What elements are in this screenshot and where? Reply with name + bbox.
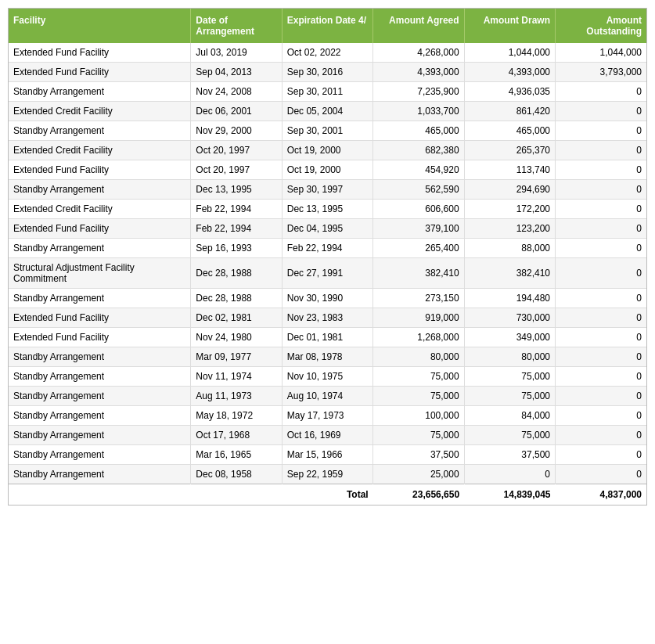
cell-facility: Extended Credit Facility bbox=[9, 141, 191, 160]
cell-date: Dec 28, 1988 bbox=[191, 258, 282, 289]
cell-facility: Extended Credit Facility bbox=[9, 200, 191, 219]
header-facility: Facility bbox=[9, 9, 191, 43]
cell-date: Oct 20, 1997 bbox=[191, 141, 282, 160]
table-row: Extended Credit FacilityFeb 22, 1994Dec … bbox=[9, 200, 646, 219]
cell-expiration: Mar 08, 1978 bbox=[282, 347, 372, 367]
table-header-row: Facility Date of Arrangement Expiration … bbox=[9, 9, 646, 43]
cell-amount-agreed: 75,000 bbox=[373, 387, 464, 406]
table-row: Standby ArrangementDec 28, 1988Nov 30, 1… bbox=[9, 289, 646, 308]
cell-facility: Standby Arrangement bbox=[9, 289, 191, 308]
cell-expiration: Nov 23, 1983 bbox=[282, 308, 372, 328]
cell-amount-outstanding: 1,044,000 bbox=[556, 43, 646, 63]
table-row: Extended Fund FacilityDec 02, 1981Nov 23… bbox=[9, 308, 646, 328]
cell-expiration: Nov 30, 1990 bbox=[282, 289, 372, 308]
table-footer: Total 23,656,650 14,839,045 4,837,000 bbox=[9, 484, 646, 505]
cell-amount-agreed: 75,000 bbox=[373, 367, 464, 387]
cell-amount-drawn: 194,480 bbox=[464, 289, 555, 308]
cell-amount-agreed: 37,500 bbox=[373, 445, 464, 465]
cell-expiration: Sep 22, 1959 bbox=[282, 465, 372, 484]
table-row: Extended Fund FacilityOct 20, 1997Oct 19… bbox=[9, 160, 646, 180]
table-row: Standby ArrangementNov 29, 2000Sep 30, 2… bbox=[9, 121, 646, 141]
header-amount-outstanding: Amount Outstanding bbox=[556, 9, 646, 43]
table-row: Standby ArrangementMar 16, 1965Mar 15, 1… bbox=[9, 445, 646, 465]
cell-facility: Standby Arrangement bbox=[9, 406, 191, 426]
cell-amount-outstanding: 0 bbox=[556, 200, 646, 219]
cell-amount-drawn: 465,000 bbox=[464, 121, 555, 141]
cell-amount-outstanding: 0 bbox=[556, 239, 646, 258]
cell-amount-drawn: 349,000 bbox=[464, 328, 555, 347]
cell-date: Oct 20, 1997 bbox=[191, 160, 282, 180]
cell-amount-drawn: 123,200 bbox=[464, 219, 555, 239]
cell-expiration: Mar 15, 1966 bbox=[282, 445, 372, 465]
cell-amount-agreed: 454,920 bbox=[373, 160, 464, 180]
cell-amount-drawn: 1,044,000 bbox=[464, 43, 555, 63]
cell-amount-drawn: 861,420 bbox=[464, 102, 555, 121]
cell-facility: Extended Fund Facility bbox=[9, 328, 191, 347]
cell-facility: Standby Arrangement bbox=[9, 82, 191, 102]
cell-amount-drawn: 37,500 bbox=[464, 445, 555, 465]
cell-facility: Standby Arrangement bbox=[9, 239, 191, 258]
cell-amount-outstanding: 0 bbox=[556, 289, 646, 308]
cell-date: Dec 02, 1981 bbox=[191, 308, 282, 328]
cell-amount-agreed: 382,410 bbox=[373, 258, 464, 289]
cell-facility: Extended Fund Facility bbox=[9, 219, 191, 239]
cell-amount-outstanding: 0 bbox=[556, 160, 646, 180]
table-row: Standby ArrangementDec 13, 1995Sep 30, 1… bbox=[9, 180, 646, 200]
cell-amount-drawn: 75,000 bbox=[464, 367, 555, 387]
cell-facility: Standby Arrangement bbox=[9, 445, 191, 465]
cell-expiration: Sep 30, 2016 bbox=[282, 63, 372, 82]
table-row: Standby ArrangementNov 24, 2008Sep 30, 2… bbox=[9, 82, 646, 102]
cell-amount-outstanding: 0 bbox=[556, 121, 646, 141]
table-row: Extended Fund FacilityJul 03, 2019Oct 02… bbox=[9, 43, 646, 63]
table-row: Standby ArrangementMar 09, 1977Mar 08, 1… bbox=[9, 347, 646, 367]
table-row: Extended Fund FacilitySep 04, 2013Sep 30… bbox=[9, 63, 646, 82]
cell-facility: Extended Credit Facility bbox=[9, 102, 191, 121]
cell-amount-agreed: 919,000 bbox=[373, 308, 464, 328]
cell-date: Nov 11, 1974 bbox=[191, 367, 282, 387]
cell-amount-agreed: 606,600 bbox=[373, 200, 464, 219]
cell-facility: Structural Adjustment Facility Commitmen… bbox=[9, 258, 191, 289]
cell-amount-agreed: 75,000 bbox=[373, 426, 464, 445]
cell-expiration: Dec 01, 1981 bbox=[282, 328, 372, 347]
cell-date: Nov 24, 2008 bbox=[191, 82, 282, 102]
cell-amount-agreed: 273,150 bbox=[373, 289, 464, 308]
cell-expiration: Oct 16, 1969 bbox=[282, 426, 372, 445]
cell-amount-drawn: 75,000 bbox=[464, 426, 555, 445]
cell-expiration: Dec 04, 1995 bbox=[282, 219, 372, 239]
cell-expiration: Aug 10, 1974 bbox=[282, 387, 372, 406]
footer-amount-outstanding: 4,837,000 bbox=[556, 484, 646, 505]
cell-amount-agreed: 4,268,000 bbox=[373, 43, 464, 63]
cell-date: Dec 28, 1988 bbox=[191, 289, 282, 308]
footer-amount-drawn: 14,839,045 bbox=[464, 484, 555, 505]
cell-amount-outstanding: 0 bbox=[556, 367, 646, 387]
cell-expiration: Sep 30, 2011 bbox=[282, 82, 372, 102]
table-row: Structural Adjustment Facility Commitmen… bbox=[9, 258, 646, 289]
footer-row: Total 23,656,650 14,839,045 4,837,000 bbox=[9, 484, 646, 505]
cell-amount-outstanding: 0 bbox=[556, 141, 646, 160]
cell-amount-agreed: 682,380 bbox=[373, 141, 464, 160]
cell-expiration: May 17, 1973 bbox=[282, 406, 372, 426]
cell-expiration: Dec 13, 1995 bbox=[282, 200, 372, 219]
cell-amount-agreed: 1,268,000 bbox=[373, 328, 464, 347]
cell-amount-drawn: 80,000 bbox=[464, 347, 555, 367]
cell-date: Feb 22, 1994 bbox=[191, 200, 282, 219]
cell-amount-outstanding: 0 bbox=[556, 102, 646, 121]
cell-facility: Standby Arrangement bbox=[9, 465, 191, 484]
cell-amount-agreed: 80,000 bbox=[373, 347, 464, 367]
cell-expiration: Feb 22, 1994 bbox=[282, 239, 372, 258]
cell-expiration: Oct 02, 2022 bbox=[282, 43, 372, 63]
cell-amount-outstanding: 0 bbox=[556, 465, 646, 484]
cell-amount-outstanding: 0 bbox=[556, 445, 646, 465]
cell-amount-drawn: 265,370 bbox=[464, 141, 555, 160]
table-row: Standby ArrangementDec 08, 1958Sep 22, 1… bbox=[9, 465, 646, 484]
table-row: Extended Fund FacilityFeb 22, 1994Dec 04… bbox=[9, 219, 646, 239]
cell-amount-outstanding: 0 bbox=[556, 406, 646, 426]
cell-expiration: Sep 30, 2001 bbox=[282, 121, 372, 141]
cell-amount-outstanding: 0 bbox=[556, 328, 646, 347]
cell-amount-agreed: 465,000 bbox=[373, 121, 464, 141]
cell-date: Aug 11, 1973 bbox=[191, 387, 282, 406]
cell-amount-drawn: 172,200 bbox=[464, 200, 555, 219]
cell-facility: Standby Arrangement bbox=[9, 121, 191, 141]
cell-amount-outstanding: 0 bbox=[556, 180, 646, 200]
cell-amount-agreed: 25,000 bbox=[373, 465, 464, 484]
